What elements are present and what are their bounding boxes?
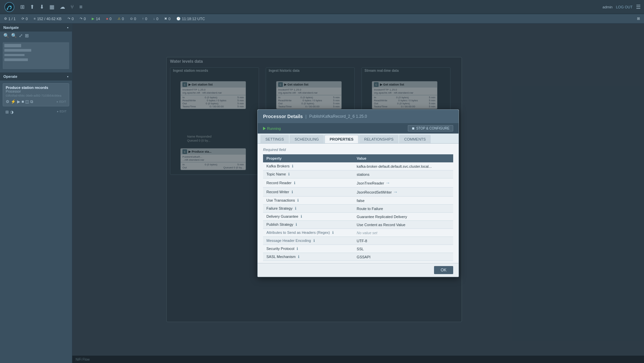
color-icon[interactable]: ◑: [10, 110, 13, 114]
prop-value-cell[interactable]: Guarantee Replicated Delivery: [353, 213, 453, 221]
info-icon[interactable]: ℹ: [287, 172, 290, 176]
branch-icon[interactable]: ⑂: [71, 4, 74, 10]
table-row[interactable]: Delivery Guarantee ℹGuarantee Replicated…: [263, 213, 453, 221]
prop-name-text: Use Transactions: [266, 198, 295, 202]
nodes-status: ⚙ 1 / 1: [4, 17, 15, 21]
layout-icon[interactable]: ▦: [49, 4, 54, 10]
prop-name-cell: Message Header Encoding ℹ: [263, 237, 353, 245]
prop-value-text: JsonTreeReader: [357, 181, 384, 185]
prop-name-text: Topic Name: [266, 172, 286, 176]
table-row[interactable]: Message Header Encoding ℹUTF-8: [263, 237, 453, 245]
prop-value-cell[interactable]: No value set: [353, 229, 453, 237]
info-icon[interactable]: ℹ: [331, 230, 334, 235]
prop-value-cell[interactable]: Route to Failure: [353, 205, 453, 213]
prop-name-text: SASL Mechanism: [266, 255, 296, 259]
table-row[interactable]: Topic Name ℹstations: [263, 170, 453, 178]
stopped-status: ■ 0: [106, 17, 112, 21]
queued-count: ↷ 0: [68, 17, 74, 21]
logout-link[interactable]: LOG OUT: [616, 5, 633, 9]
ok-button[interactable]: OK: [434, 266, 453, 274]
extra-edit-label: ▸ EDIT: [57, 110, 67, 114]
table-row[interactable]: Failure Strategy ℹRoute to Failure: [263, 205, 453, 213]
grid-icon[interactable]: ⊞: [20, 4, 25, 10]
prop-value-text: JsonRecordSetWriter: [357, 190, 392, 194]
prop-value-cell[interactable]: stations: [353, 170, 453, 178]
layers-icon[interactable]: ≡: [79, 4, 82, 10]
prop-name-text: Record Reader: [266, 181, 292, 185]
zoom-out-icon[interactable]: 🔍: [11, 33, 17, 38]
prop-value-cell[interactable]: UTF-8: [353, 237, 453, 245]
prop-value-cell[interactable]: Use Content as Record Value: [353, 221, 453, 229]
prop-value-cell[interactable]: false: [353, 197, 453, 205]
prop-arrow-icon[interactable]: →: [384, 180, 390, 186]
prop-value-cell[interactable]: JsonTreeReader →: [353, 178, 453, 188]
upload-icon[interactable]: ⬆: [30, 4, 34, 10]
prop-value-cell[interactable]: GSSAPI: [353, 253, 453, 261]
tab-properties[interactable]: PROPERTIES: [325, 135, 358, 143]
toolbar-icons: ⊞ ⬆ ⬇ ▦ ☁ ⑂ ≡: [20, 4, 598, 10]
nifi-logo: [3, 1, 15, 13]
group-icon[interactable]: ⊞: [5, 110, 9, 114]
zoom-in-icon[interactable]: 🔍: [3, 33, 9, 38]
prop-value-cell[interactable]: SSL: [353, 245, 453, 253]
info-icon[interactable]: ℹ: [293, 181, 295, 185]
prop-name-text: Kafka Brokers: [266, 164, 290, 168]
stop-button[interactable]: ■: [22, 99, 24, 104]
table-row[interactable]: Attributes to Send as Headers (Regex) ℹN…: [263, 229, 453, 237]
table-row[interactable]: Record Writer ℹJsonRecordSetWriter →: [263, 188, 453, 197]
fit-icon[interactable]: ⤢: [19, 33, 23, 38]
operate-collapse-icon[interactable]: ▪: [67, 74, 69, 79]
down-status: ↓ 0: [153, 17, 158, 21]
enable-button[interactable]: ⚡: [11, 99, 16, 104]
prop-value-text: false: [357, 199, 364, 203]
table-row[interactable]: Publish Strategy ℹUse Content as Record …: [263, 221, 453, 229]
template-button[interactable]: ◫: [25, 99, 29, 104]
navigate-section-header: Navigate ▪: [0, 23, 72, 32]
info-icon[interactable]: ℹ: [296, 198, 299, 202]
table-row[interactable]: Record Reader ℹJsonTreeReader →: [263, 178, 453, 188]
modal-title: Processor Details: [263, 114, 303, 119]
prop-value-text: No value set: [357, 231, 377, 235]
copy-button[interactable]: ⧉: [30, 99, 33, 104]
download-icon[interactable]: ⬇: [40, 4, 44, 10]
start-button[interactable]: ▶: [17, 99, 20, 104]
sidebar-extra-icons: ⊞ ◑ ▸ EDIT: [3, 108, 69, 116]
prop-arrow-icon[interactable]: →: [392, 189, 398, 195]
stop-configure-button[interactable]: ⏹ STOP & CONFIGURE: [408, 125, 453, 132]
info-icon[interactable]: ℹ: [291, 190, 293, 194]
tab-relationships[interactable]: RELATIONSHIPS: [359, 135, 398, 143]
edit-label: ▸ EDIT: [57, 100, 66, 103]
info-icon[interactable]: ℹ: [312, 239, 315, 243]
configure-button[interactable]: ⚙: [6, 99, 9, 104]
table-row[interactable]: SASL Mechanism ℹGSSAPI: [263, 253, 453, 261]
actual-size-icon[interactable]: ⊞: [25, 33, 29, 38]
tab-scheduling[interactable]: SCHEDULING: [290, 135, 324, 143]
info-icon[interactable]: ℹ: [300, 214, 302, 218]
table-row[interactable]: Security Protocol ℹSSL: [263, 245, 453, 253]
tab-comments[interactable]: COMMENTS: [399, 135, 431, 143]
prop-value-cell[interactable]: kafka-broker-default.default.svc.cluster…: [353, 162, 453, 170]
info-icon[interactable]: ℹ: [294, 206, 296, 210]
time-status: 🕐 11:18:12 UTC: [176, 17, 205, 21]
prop-value-text: Use Content as Record Value: [357, 223, 405, 227]
info-icon[interactable]: ℹ: [296, 247, 298, 251]
menu-icon[interactable]: ☰: [636, 4, 641, 10]
table-row[interactable]: Kafka Brokers ℹkafka-broker-default.defa…: [263, 162, 453, 170]
navigate-nav-icons: 🔍 🔍 ⤢ ⊞: [0, 32, 72, 40]
prop-value-text: Route to Failure: [357, 207, 383, 211]
prop-name-text: Record Writer: [266, 190, 289, 194]
canvas: Water levels data Ingest station records…: [72, 23, 644, 363]
info-icon[interactable]: ℹ: [295, 222, 297, 226]
navigate-collapse-icon[interactable]: ▪: [67, 25, 69, 30]
cloud-icon[interactable]: ☁: [60, 4, 65, 10]
refresh-icon[interactable]: ⊞: [637, 16, 640, 21]
invalid-status: ⚠ 0: [118, 17, 124, 21]
toolbar-right: admin LOG OUT ☰: [603, 4, 641, 10]
info-icon[interactable]: ℹ: [291, 164, 293, 168]
table-row[interactable]: Use Transactions ℹfalse: [263, 197, 453, 205]
info-icon[interactable]: ℹ: [297, 255, 299, 259]
tab-settings[interactable]: SETTINGS: [260, 135, 289, 143]
prop-name-text: Attributes to Send as Headers (Regex): [266, 230, 330, 235]
prop-value-cell[interactable]: JsonRecordSetWriter →: [353, 188, 453, 197]
minimap: [3, 42, 69, 69]
